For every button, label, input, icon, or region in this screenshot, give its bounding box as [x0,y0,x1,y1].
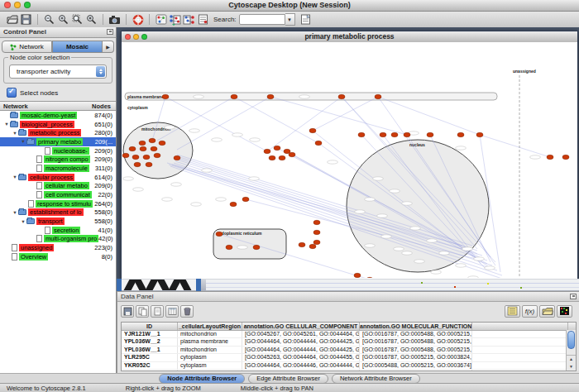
filter-button[interactable] [196,13,210,26]
network-node[interactable] [132,155,139,159]
network-node[interactable] [231,94,237,98]
select-nodes-checkbox[interactable] [7,88,17,98]
attribute-list-button[interactable] [505,305,520,318]
network-node[interactable] [226,245,232,249]
network-export-button[interactable] [182,13,196,26]
tree-row[interactable]: multi-organism pro42(0) [0,235,116,244]
tree-row[interactable]: cell communicat22(0) [0,190,116,199]
network-node[interactable] [242,197,249,201]
network-node[interactable] [159,141,165,145]
table-row[interactable]: YLR295Ccytoplasm[GO:0045263, GO:0044464,… [122,354,576,361]
network-node[interactable] [230,202,237,206]
tree-row[interactable]: ▼primary metabo209(... [0,137,116,146]
minimize-icon[interactable] [14,2,21,8]
table-row[interactable]: YJR121W__1mitochondrion[GO:0045267, GO:0… [122,331,576,338]
network-node[interactable] [375,94,381,98]
table-row[interactable]: YKR052Ccytoplasm[GO:0044464, GO:0044446,… [122,362,576,370]
network-node[interactable] [134,162,141,166]
data-panel-header[interactable]: Data Panel [117,292,579,302]
network-node[interactable] [146,162,152,166]
matrix-view-button[interactable] [557,305,572,318]
float-panel-icon[interactable] [107,29,113,35]
tree-row[interactable]: nucleobase-209(0) [0,146,116,155]
network-node[interactable] [289,152,295,156]
network-node[interactable] [313,240,320,244]
snapshot-button[interactable] [108,13,122,26]
minimize-icon[interactable] [133,34,139,40]
network-node[interactable] [562,155,569,159]
copy-button[interactable] [136,305,149,318]
network-node[interactable] [274,146,280,150]
zoom-in-button[interactable] [56,13,70,26]
network-node[interactable] [315,141,322,145]
delete-attribute-button[interactable] [180,305,194,318]
network-node[interactable] [313,220,320,224]
float-panel-icon[interactable] [570,294,577,299]
tree-row[interactable]: nitrogen compo209(0) [0,155,116,164]
network-node[interactable] [154,153,160,157]
network-node[interactable] [140,146,146,151]
save-table-button[interactable] [121,305,134,318]
import-attributes-button[interactable] [539,305,555,318]
network-node[interactable] [269,155,275,160]
tree-row[interactable]: secretion41(0) [0,226,116,235]
expand-triangle-icon[interactable]: ▼ [12,174,18,179]
titlebar[interactable]: Cytoscape Desktop (New Session) [0,0,579,12]
network-node[interactable] [151,146,157,151]
tree-row[interactable]: ▼cellular process614(0) [0,173,116,182]
zoom-window-icon[interactable] [24,2,31,8]
annotation-button[interactable] [299,13,313,26]
expand-triangle-icon[interactable]: ▼ [3,122,10,127]
control-panel-header[interactable]: Control Panel [0,27,116,38]
scroll-down-icon[interactable]: ▼ [567,363,576,370]
expand-triangle-icon[interactable]: ▼ [20,139,26,144]
network-node[interactable] [380,132,386,136]
tree-row[interactable]: mosaic-demo-yeast874(0) [0,111,116,120]
network-node[interactable] [427,132,433,136]
background-window-strip[interactable] [117,279,579,291]
network-node[interactable] [174,155,180,160]
table-scrollbar[interactable]: ▲ ▼ [566,330,576,370]
column-header[interactable]: ID [122,323,178,330]
select-attributes-button[interactable] [165,305,179,318]
tree-row[interactable]: ▼metabolic process280(0) [0,128,116,137]
expand-triangle-icon[interactable]: ▼ [12,131,18,136]
network-node[interactable] [309,128,316,132]
tree-row[interactable]: unassigned223(0) [0,243,116,252]
help-button[interactable] [131,13,145,26]
zoom-window-icon[interactable] [141,34,147,40]
network-node[interactable] [358,132,365,136]
search-input[interactable] [239,14,285,25]
tab-network[interactable]: Network [2,41,52,53]
tree-row[interactable]: ▼biological_process651(0) [0,120,116,129]
function-builder-button[interactable]: f(x) [522,305,538,318]
zoom-fit-button[interactable] [84,13,98,26]
network-node[interactable] [149,138,156,142]
zoom-out-button[interactable] [42,13,56,26]
network-node[interactable] [457,132,464,136]
network-node[interactable] [313,230,320,234]
open-session-button[interactable] [5,13,19,26]
expand-triangle-icon[interactable]: ▼ [20,219,26,224]
network-import-button[interactable] [168,13,182,26]
network-node[interactable] [264,149,270,153]
network-node[interactable] [139,141,146,145]
network-node[interactable] [122,153,129,157]
network-window-titlebar[interactable]: primary metabolic process [122,31,577,43]
column-header[interactable]: _cellularLayoutRegion [178,323,242,330]
network-node[interactable] [162,94,169,98]
tree-row[interactable]: ▼establishment of lo558(0) [0,208,116,218]
column-header[interactable] [472,323,568,330]
network-node[interactable] [338,94,345,98]
network-node[interactable] [547,155,553,159]
network-node[interactable] [391,132,398,136]
expand-triangle-icon[interactable]: ▼ [12,210,18,215]
search-dropdown-button[interactable]: ▼ [285,13,295,26]
tab-overflow-button[interactable]: ▶ [103,41,114,53]
scroll-up-icon[interactable]: ▲ [567,356,576,363]
network-node[interactable] [216,232,223,236]
tab-mosaic[interactable]: Mosaic [52,41,103,53]
table-row[interactable]: YPL036W__2plasma membrane[GO:0044464, GO… [122,338,576,346]
zoom-selected-button[interactable] [70,13,84,26]
close-icon[interactable] [4,2,11,8]
